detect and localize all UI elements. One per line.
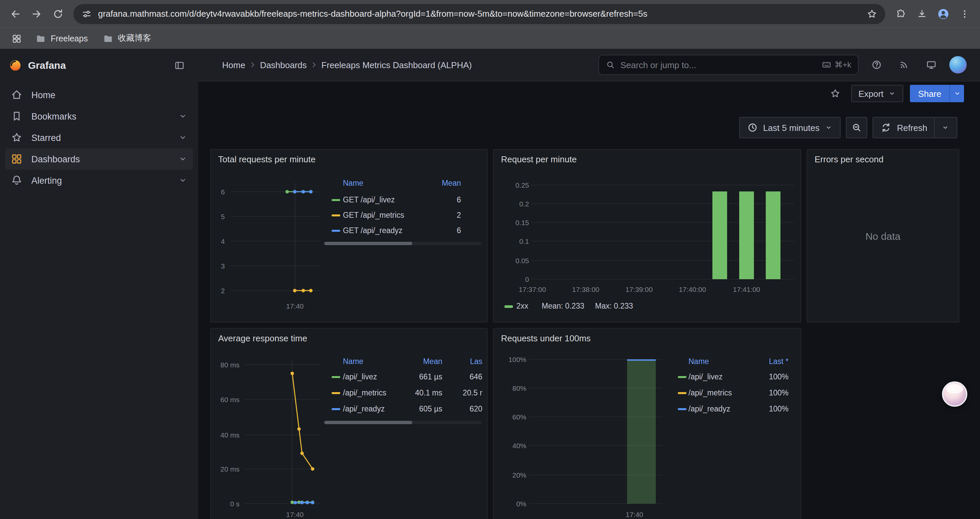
bookmark-folder-blogs[interactable]: 收藏博客 (96, 30, 157, 47)
x-axis-label: 17:41:00 (727, 284, 767, 294)
bookmark-folder-freeleaps[interactable]: Freeleaps (29, 30, 94, 46)
sidebar-item-starred[interactable]: Starred (5, 127, 193, 148)
legend-header[interactable]: Mean (414, 178, 461, 188)
chevron-down-icon[interactable] (178, 112, 188, 121)
forward-button[interactable] (27, 4, 47, 24)
legend-series-name[interactable]: /api/_metrics (343, 388, 386, 398)
legend-series-name[interactable]: /api/_readyz (343, 404, 385, 414)
panel-title[interactable]: Requests under 100ms (501, 333, 591, 343)
sidebar-item-label: Dashboards (31, 154, 80, 164)
legend-mean: Mean: 0.233 (542, 301, 584, 311)
share-dropdown-icon[interactable] (949, 85, 964, 102)
display-icon[interactable] (922, 56, 941, 74)
refresh-icon (881, 122, 892, 133)
sidebar-item-label: Starred (31, 133, 61, 143)
refresh-button[interactable]: Refresh (873, 117, 957, 138)
legend-series-name[interactable]: /api/_readyz (689, 404, 730, 414)
brand-name: Grafana (28, 59, 66, 71)
bell-icon (11, 174, 23, 186)
zoom-out-icon[interactable] (846, 117, 868, 138)
legend-header[interactable]: Mean (396, 357, 442, 366)
legend-header[interactable]: Name (689, 357, 709, 366)
grafana-logo[interactable] (10, 59, 21, 71)
dashboard-canvas: Export Share Last 5 minutes (198, 81, 980, 519)
panel-title[interactable]: Errors per second (815, 154, 884, 164)
search-input[interactable]: ⌘+k (598, 55, 859, 75)
legend-value: 40.1 ms (396, 388, 442, 398)
chevron-down-icon[interactable] (178, 176, 188, 185)
clock-icon (747, 122, 758, 133)
chevron-down-icon[interactable] (178, 133, 188, 142)
legend-header[interactable]: Name (343, 178, 363, 188)
sidebar-item-bookmarks[interactable]: Bookmarks (5, 105, 193, 127)
panel-body: 100%80%60%40%20%0%17:40NameLast */api/_l… (494, 329, 800, 519)
breadcrumb: HomeDashboardsFreeleaps Metrics Dashboar… (222, 49, 472, 81)
legend-series-name[interactable]: /api/_livez (689, 372, 722, 382)
bookmarks-bar: Freeleaps 收藏博客 (0, 27, 980, 49)
legend-value: 646 (445, 372, 482, 382)
legend-series-name[interactable]: GET /api/_metrics (343, 211, 404, 220)
legend-series-name[interactable]: /api/_livez (343, 372, 377, 382)
refresh-interval-dropdown-icon[interactable] (941, 124, 949, 132)
sidebar-item-home[interactable]: Home (5, 84, 193, 105)
breadcrumb-item[interactable]: Home (222, 60, 245, 70)
chevron-right-icon (248, 60, 257, 69)
panel-request-per-minute: 0.250.20.150.10.05017:37:0017:38:0017:39… (493, 149, 801, 323)
user-avatar[interactable] (949, 56, 967, 73)
time-range-picker[interactable]: Last 5 minutes (739, 117, 841, 138)
legend-series-name[interactable]: GET /api/_readyz (343, 226, 402, 235)
legend-series-name[interactable]: GET /api/_livez (343, 195, 395, 204)
panel-title[interactable]: Average response time (218, 333, 307, 343)
keyboard-shortcut-hint: ⌘+k (822, 60, 851, 69)
sidebar-item-dashboards[interactable]: Dashboards (5, 148, 193, 170)
sidebar-nav: HomeBookmarksStarredDashboardsAlerting (0, 84, 198, 191)
legend-value: 100% (749, 388, 789, 398)
legend-swatch (332, 199, 340, 201)
bookmark-star-icon[interactable] (867, 8, 877, 19)
legend-value: 6 (414, 195, 461, 204)
sidebar-header: Grafana (0, 49, 198, 81)
legend-header[interactable]: Las (445, 357, 482, 366)
site-info-icon[interactable] (81, 8, 92, 19)
rss-icon[interactable] (895, 56, 913, 74)
search-field[interactable] (620, 60, 816, 70)
back-button[interactable] (5, 4, 25, 24)
browser-menu-icon[interactable] (955, 4, 975, 24)
url-bar[interactable]: grafana.mathmast.com/d/deytv4rwavabkb/fr… (73, 4, 885, 24)
help-icon[interactable] (867, 56, 886, 74)
chevron-down-icon (825, 124, 833, 132)
panel-errors-per-second: No data Errors per second (807, 149, 959, 323)
extensions-icon[interactable] (891, 4, 911, 24)
assistant-avatar[interactable] (942, 382, 967, 407)
x-axis-label: 17:38:00 (566, 284, 606, 294)
share-button[interactable]: Share (910, 85, 949, 102)
legend-header[interactable]: Last * (749, 357, 789, 366)
legend-scrollbar-thumb[interactable] (324, 242, 412, 245)
downloads-icon[interactable] (912, 4, 932, 24)
sidebar-toggle-icon[interactable] (170, 56, 189, 75)
refresh-label: Refresh (897, 123, 927, 133)
profile-icon[interactable] (933, 4, 953, 24)
chevron-down-icon[interactable] (178, 154, 188, 164)
folder-icon (35, 33, 46, 44)
panel-total-requests-per-minute: 6543217:40NameMeanGET /api/_livez6GET /a… (210, 149, 488, 323)
chevron-down-icon (888, 89, 896, 97)
sidebar-item-label: Home (31, 90, 56, 100)
panel-title[interactable]: Total requests per minute (218, 154, 315, 164)
legend-scrollbar-thumb[interactable] (324, 421, 412, 424)
apps-grid-icon[interactable] (7, 29, 27, 48)
legend-series-name[interactable]: /api/_metrics (689, 388, 732, 398)
breadcrumb-item[interactable]: Dashboards (260, 60, 307, 70)
panel-title[interactable]: Request per minute (501, 154, 577, 164)
legend-swatch (678, 376, 686, 378)
sidebar-item-alerting[interactable]: Alerting (5, 170, 193, 191)
x-axis-label: 17:40 (278, 301, 312, 311)
legend-swatch (332, 408, 340, 410)
time-controls: Last 5 minutes Refresh (739, 117, 957, 138)
reload-button[interactable] (48, 4, 68, 24)
legend-header[interactable]: Name (343, 357, 363, 366)
favorite-star-icon[interactable] (826, 84, 844, 103)
legend-series-name[interactable]: 2xx (516, 301, 528, 311)
export-button[interactable]: Export (851, 85, 903, 102)
keyboard-icon (822, 60, 831, 69)
